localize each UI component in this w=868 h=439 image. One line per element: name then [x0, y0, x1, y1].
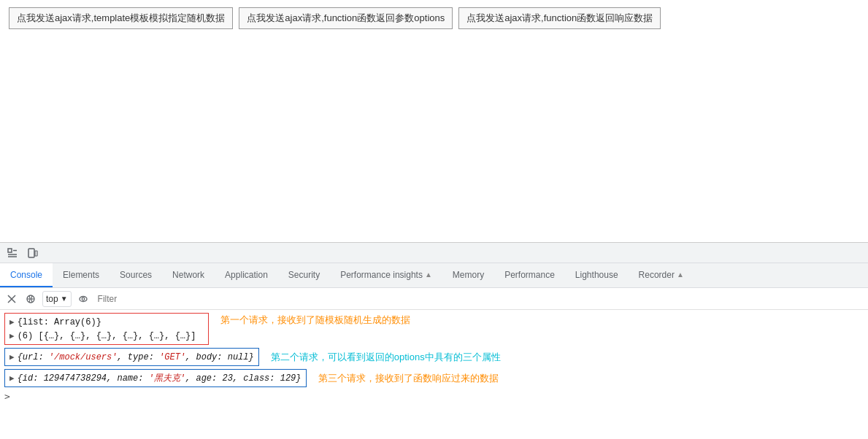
tab-elements[interactable]: Elements [53, 263, 110, 287]
btn-function-response[interactable]: 点我发送ajax请求,function函数返回响应数据 [458, 7, 661, 29]
annotation-3: 第三个请求，接收到了函数响应过来的数据 [318, 372, 499, 385]
tab-sources[interactable]: Sources [110, 263, 162, 287]
console-group-red: ▶ {list: Array(6)} ▶ (6) [{…}, {…}, {…},… [0, 311, 868, 346]
expand-arrow-1[interactable]: ▶ [9, 316, 15, 329]
svg-rect-5 [35, 251, 37, 256]
tab-memory[interactable]: Memory [442, 263, 494, 287]
console-text-1: {list: Array(6)} [18, 316, 101, 329]
page-area: 点我发送ajax请求,template模板模拟指定随机数据 点我发送ajax请求… [0, 0, 868, 242]
console-filter-input[interactable] [95, 292, 864, 306]
tab-application[interactable]: Application [215, 263, 278, 287]
tab-performance[interactable]: Performance [494, 263, 565, 287]
devtools-tabs: Console Elements Sources Network Applica… [0, 263, 868, 288]
eye-icon[interactable] [76, 292, 91, 306]
console-text-3: {url: '/mock/users', type: 'GET', body: … [18, 351, 254, 364]
console-prompt-line: > [0, 389, 868, 403]
annotation-2: 第二个请求，可以看到返回的options中具有的三个属性 [271, 351, 501, 364]
red-code-block: ▶ {list: Array(6)} ▶ (6) [{…}, {…}, {…},… [4, 313, 209, 345]
svg-rect-0 [8, 249, 12, 252]
console-line-3: ▶ {url: '/mock/users', type: 'GET', body… [9, 350, 254, 364]
console-line-4-row: ▶ {id: 129474738294, name: '黑夫克', age: 2… [0, 368, 868, 389]
show-network-icon[interactable] [23, 292, 38, 306]
button-row: 点我发送ajax请求,template模板模拟指定随机数据 点我发送ajax请求… [9, 7, 859, 29]
expand-arrow-4[interactable]: ▶ [9, 372, 15, 385]
tab-performance-insights[interactable]: Performance insights ▲ [330, 263, 442, 287]
performance-insights-pin-icon: ▲ [425, 271, 432, 279]
console-line-4: ▶ {id: 129474738294, name: '黑夫克', age: 2… [9, 371, 302, 385]
console-text-2: (6) [{…}, {…}, {…}, {…}, {…}, {…}] [18, 330, 196, 343]
devtools-panel: Console Elements Sources Network Applica… [0, 242, 868, 439]
prompt-symbol: > [4, 391, 10, 402]
tab-security[interactable]: Security [278, 263, 330, 287]
device-toggle-icon[interactable] [25, 245, 41, 261]
blue-code-block: ▶ {url: '/mock/users', type: 'GET', body… [4, 348, 259, 366]
devtools-icons-bar [0, 243, 868, 263]
console-output: ▶ {list: Array(6)} ▶ (6) [{…}, {…}, {…},… [0, 310, 868, 439]
console-line-1: ▶ {list: Array(6)} [9, 315, 204, 329]
btn-template[interactable]: 点我发送ajax请求,template模板模拟指定随机数据 [9, 7, 233, 29]
tab-network[interactable]: Network [162, 263, 215, 287]
clear-console-icon[interactable] [4, 292, 19, 306]
tab-recorder[interactable]: Recorder ▲ [629, 263, 694, 287]
console-line-2: ▶ (6) [{…}, {…}, {…}, {…}, {…}, {…}] [9, 329, 204, 343]
console-group-blue: ▶ {url: '/mock/users', type: 'GET', body… [0, 346, 868, 368]
annotation-1: 第一个请求，接收到了随模板随机生成的数据 [220, 314, 410, 327]
btn-function-options[interactable]: 点我发送ajax请求,function函数返回参数options [239, 7, 453, 29]
context-value: top [46, 294, 58, 304]
inspect-element-icon[interactable] [4, 245, 20, 261]
console-toolbar: top ▼ [0, 288, 868, 310]
console-text-4: {id: 129474738294, name: '黑夫克', age: 23,… [18, 372, 302, 385]
svg-point-10 [80, 296, 87, 301]
svg-rect-4 [28, 249, 34, 257]
tab-console[interactable]: Console [0, 263, 53, 287]
expand-arrow-3[interactable]: ▶ [9, 351, 15, 364]
context-selector[interactable]: top ▼ [42, 291, 72, 307]
context-dropdown-arrow: ▼ [61, 295, 68, 303]
expand-arrow-2[interactable]: ▶ [9, 330, 15, 343]
blue-code-block-2: ▶ {id: 129474738294, name: '黑夫克', age: 2… [4, 369, 307, 387]
recorder-pin-icon: ▲ [677, 271, 684, 279]
tab-lighthouse[interactable]: Lighthouse [565, 263, 629, 287]
svg-point-11 [82, 298, 85, 300]
